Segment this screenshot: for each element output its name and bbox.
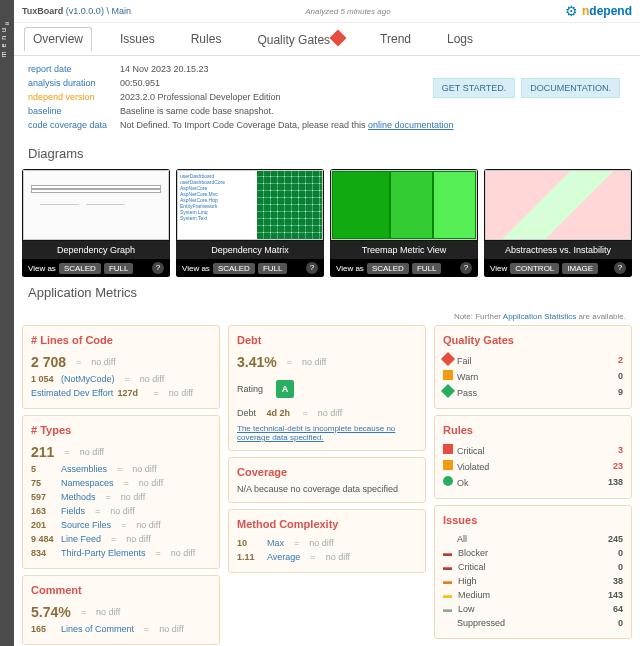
tab-trend[interactable]: Trend <box>372 28 419 50</box>
help-icon[interactable]: ? <box>306 262 318 274</box>
metrics-note: Note: Further Application Statistics are… <box>14 308 640 325</box>
issues-severity-row[interactable]: ▬Critical0 <box>443 560 623 574</box>
card-complexity: Method Complexity 10Max=no diff 1.11Aver… <box>228 509 426 573</box>
qg-warn-row[interactable]: Warn0 <box>443 368 623 384</box>
diagram-thumb <box>23 170 169 240</box>
product-version: (v1.0.0.0) <box>66 6 104 16</box>
tab-rules[interactable]: Rules <box>183 28 230 50</box>
issues-severity-row[interactable]: ▬High38 <box>443 574 623 588</box>
tab-quality-gates[interactable]: Quality Gates <box>249 28 352 51</box>
card-issues: Issues All245 ▬Blocker0▬Critical0▬High38… <box>434 505 632 639</box>
types-row: 5Assemblies=no diff <box>31 462 211 476</box>
product-name: TuxBoard <box>22 6 63 16</box>
diagram-dependency-matrix[interactable]: userDashboarduserDashboardCoreAspNetCore… <box>176 169 324 277</box>
diagrams-heading: Diagrams <box>14 138 640 169</box>
qg-pass-row[interactable]: Pass9 <box>443 384 623 400</box>
card-debt: Debt 3.41%=no diff Rating A Debt 4d 2h=n… <box>228 325 426 451</box>
brand-logo[interactable]: ndepend <box>582 4 632 18</box>
critical-icon <box>443 444 453 454</box>
documentation-button[interactable]: DOCUMENTATION. <box>521 78 620 98</box>
info-key: report date <box>28 64 120 74</box>
analysis-info: report date14 Nov 2023 20.15.23 analysis… <box>14 56 640 138</box>
diagram-cards: Dependency Graph View asSCALEDFULL? user… <box>14 169 640 277</box>
card-loc: # Lines of Code 2 708=no diff 1 054(NotM… <box>22 325 220 409</box>
debt-rating-badge: A <box>276 380 294 398</box>
issues-severity-row[interactable]: ▬Low64 <box>443 602 623 616</box>
types-row: 163Fields=no diff <box>31 504 211 518</box>
menu-label: m e n u <box>0 27 7 57</box>
main-tabs: Overview Issues Rules Quality Gates Tren… <box>14 23 640 56</box>
info-val: 14 Nov 2023 20.15.23 <box>120 64 209 74</box>
help-icon[interactable]: ? <box>152 262 164 274</box>
tab-overview[interactable]: Overview <box>24 27 92 52</box>
card-types: # Types 211=no diff 5Assemblies=no diff7… <box>22 415 220 569</box>
types-row: 597Methods=no diff <box>31 490 211 504</box>
card-coverage: Coverage N/A because no coverage data sp… <box>228 457 426 503</box>
diagram-treemap[interactable]: Treemap Metric View View asSCALEDFULL? <box>330 169 478 277</box>
card-rules: Rules Critical3 Violated23 Ok138 <box>434 415 632 499</box>
analyzed-label: Analyzed 5 minutes ago <box>131 7 565 16</box>
app-stats-link[interactable]: Application Statistics <box>503 312 576 321</box>
tab-logs[interactable]: Logs <box>439 28 481 50</box>
metrics-heading: Application Metrics <box>14 277 640 308</box>
issues-suppressed-row[interactable]: Suppressed0 <box>443 616 623 630</box>
help-icon[interactable]: ? <box>460 262 472 274</box>
types-row: 75Namespaces=no diff <box>31 476 211 490</box>
coverage-doc-link[interactable]: online documentation <box>368 120 454 130</box>
get-started-button[interactable]: GET STARTED. <box>433 78 516 98</box>
help-icon[interactable]: ? <box>614 262 626 274</box>
metrics-columns: # Lines of Code 2 708=no diff 1 054(NotM… <box>14 325 640 646</box>
types-row: 834Third-Party Elements=no diff <box>31 546 211 560</box>
left-menu-rail[interactable]: ≡ m e n u <box>0 0 14 646</box>
rules-ok-row[interactable]: Ok138 <box>443 474 623 490</box>
loc-value: 2 708 <box>31 354 66 370</box>
fail-icon <box>441 352 455 366</box>
breadcrumb[interactable]: TuxBoard (v1.0.0.0) \ Main <box>22 6 131 16</box>
issues-severity-row[interactable]: ▬Medium143 <box>443 588 623 602</box>
breadcrumb-main[interactable]: Main <box>111 6 131 16</box>
diagram-dependency-graph[interactable]: Dependency Graph View asSCALEDFULL? <box>22 169 170 277</box>
types-row: 201Source Files=no diff <box>31 518 211 532</box>
tab-issues[interactable]: Issues <box>112 28 163 50</box>
debt-incomplete-link[interactable]: The technical-debt is incomplete because… <box>237 424 417 442</box>
topbar: TuxBoard (v1.0.0.0) \ Main Analyzed 5 mi… <box>14 0 640 23</box>
card-quality-gates: Quality Gates Fail2 Warn0 Pass9 <box>434 325 632 409</box>
hamburger-icon[interactable]: ≡ <box>0 20 14 27</box>
gear-icon[interactable]: ⚙ <box>565 3 578 19</box>
ok-icon <box>443 476 453 486</box>
types-row: 9 484Line Feed=no diff <box>31 532 211 546</box>
scaled-button[interactable]: SCALED <box>59 263 101 274</box>
issues-all-row[interactable]: All245 <box>443 532 623 546</box>
issues-severity-row[interactable]: ▬Blocker0 <box>443 546 623 560</box>
pass-icon <box>441 384 455 398</box>
qg-fail-icon <box>330 29 347 46</box>
rules-violated-row[interactable]: Violated23 <box>443 458 623 474</box>
warn-icon <box>443 370 453 380</box>
diagram-abstractness[interactable]: Abstractness vs. Instability ViewCONTROL… <box>484 169 632 277</box>
qg-fail-row[interactable]: Fail2 <box>443 352 623 368</box>
card-comment: Comment 5.74%=no diff 165Lines of Commen… <box>22 575 220 645</box>
rules-critical-row[interactable]: Critical3 <box>443 442 623 458</box>
page: TuxBoard (v1.0.0.0) \ Main Analyzed 5 mi… <box>14 0 640 646</box>
full-button[interactable]: FULL <box>104 263 134 274</box>
violated-icon <box>443 460 453 470</box>
